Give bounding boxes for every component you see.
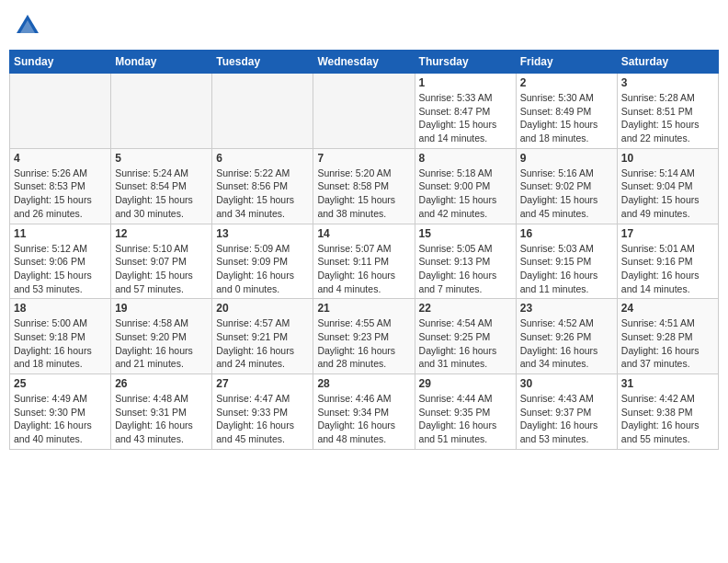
day-info: Sunrise: 4:58 AMSunset: 9:20 PMDaylight:…: [115, 316, 208, 371]
page-header: [9, 9, 719, 42]
day-info: Sunrise: 4:43 AMSunset: 9:37 PMDaylight:…: [520, 392, 613, 446]
calendar-cell: 10Sunrise: 5:14 AMSunset: 9:04 PMDayligh…: [617, 148, 718, 224]
calendar-cell: [111, 74, 212, 149]
calendar-header-saturday: Saturday: [617, 51, 718, 74]
calendar-cell: 25Sunrise: 4:49 AMSunset: 9:30 PMDayligh…: [10, 374, 111, 450]
calendar-cell: 11Sunrise: 5:12 AMSunset: 9:06 PMDayligh…: [10, 224, 111, 299]
day-number: 28: [317, 377, 410, 390]
calendar-cell: 23Sunrise: 4:52 AMSunset: 9:26 PMDayligh…: [516, 299, 617, 374]
day-number: 6: [216, 152, 309, 165]
calendar-cell: 7Sunrise: 5:20 AMSunset: 8:58 PMDaylight…: [313, 148, 415, 224]
day-number: 4: [14, 152, 107, 165]
calendar-cell: 24Sunrise: 4:51 AMSunset: 9:28 PMDayligh…: [617, 299, 718, 374]
day-number: 23: [520, 302, 613, 315]
day-info: Sunrise: 5:00 AMSunset: 9:18 PMDaylight:…: [14, 316, 107, 371]
calendar-cell: 26Sunrise: 4:48 AMSunset: 9:31 PMDayligh…: [111, 374, 212, 450]
calendar-cell: 15Sunrise: 5:05 AMSunset: 9:13 PMDayligh…: [415, 224, 516, 299]
calendar-cell: 18Sunrise: 5:00 AMSunset: 9:18 PMDayligh…: [10, 299, 111, 374]
day-info: Sunrise: 4:47 AMSunset: 9:33 PMDaylight:…: [216, 392, 309, 446]
day-info: Sunrise: 4:42 AMSunset: 9:38 PMDaylight:…: [621, 392, 714, 446]
calendar-week-row: 25Sunrise: 4:49 AMSunset: 9:30 PMDayligh…: [10, 374, 719, 450]
calendar-cell: [313, 74, 415, 149]
day-number: 17: [621, 227, 714, 240]
calendar-cell: 27Sunrise: 4:47 AMSunset: 9:33 PMDayligh…: [212, 374, 313, 450]
calendar-cell: 21Sunrise: 4:55 AMSunset: 9:23 PMDayligh…: [313, 299, 415, 374]
calendar-week-row: 1Sunrise: 5:33 AMSunset: 8:47 PMDaylight…: [10, 74, 719, 149]
day-number: 15: [419, 227, 512, 240]
day-info: Sunrise: 5:16 AMSunset: 9:02 PMDaylight:…: [520, 167, 613, 221]
day-number: 2: [520, 76, 613, 89]
day-number: 24: [621, 302, 714, 315]
day-info: Sunrise: 5:20 AMSunset: 8:58 PMDaylight:…: [317, 167, 410, 221]
day-info: Sunrise: 5:12 AMSunset: 9:06 PMDaylight:…: [14, 242, 107, 296]
day-info: Sunrise: 4:55 AMSunset: 9:23 PMDaylight:…: [317, 316, 410, 371]
day-number: 12: [115, 227, 208, 240]
day-info: Sunrise: 4:46 AMSunset: 9:34 PMDaylight:…: [317, 392, 410, 446]
day-number: 10: [621, 152, 714, 165]
day-info: Sunrise: 4:49 AMSunset: 9:30 PMDaylight:…: [14, 392, 107, 446]
day-number: 20: [216, 302, 309, 315]
calendar-cell: 8Sunrise: 5:18 AMSunset: 9:00 PMDaylight…: [415, 148, 516, 224]
day-number: 30: [520, 377, 613, 390]
calendar-cell: 13Sunrise: 5:09 AMSunset: 9:09 PMDayligh…: [212, 224, 313, 299]
day-info: Sunrise: 5:24 AMSunset: 8:54 PMDaylight:…: [115, 167, 208, 221]
day-info: Sunrise: 4:51 AMSunset: 9:28 PMDaylight:…: [621, 316, 714, 371]
day-info: Sunrise: 5:22 AMSunset: 8:56 PMDaylight:…: [216, 167, 309, 221]
calendar-header-thursday: Thursday: [415, 51, 516, 74]
calendar-table: SundayMondayTuesdayWednesdayThursdayFrid…: [9, 50, 719, 450]
day-number: 3: [621, 76, 714, 89]
calendar-cell: 19Sunrise: 4:58 AMSunset: 9:20 PMDayligh…: [111, 299, 212, 374]
day-info: Sunrise: 5:01 AMSunset: 9:16 PMDaylight:…: [621, 242, 714, 296]
calendar-cell: 3Sunrise: 5:28 AMSunset: 8:51 PMDaylight…: [617, 74, 718, 149]
day-number: 13: [216, 227, 309, 240]
calendar-header-wednesday: Wednesday: [313, 51, 415, 74]
day-info: Sunrise: 5:26 AMSunset: 8:53 PMDaylight:…: [14, 167, 107, 221]
day-info: Sunrise: 5:18 AMSunset: 9:00 PMDaylight:…: [419, 167, 512, 221]
calendar-cell: 6Sunrise: 5:22 AMSunset: 8:56 PMDaylight…: [212, 148, 313, 224]
calendar-cell: 16Sunrise: 5:03 AMSunset: 9:15 PMDayligh…: [516, 224, 617, 299]
day-info: Sunrise: 5:07 AMSunset: 9:11 PMDaylight:…: [317, 242, 410, 296]
calendar-header-sunday: Sunday: [10, 51, 111, 74]
calendar-week-row: 11Sunrise: 5:12 AMSunset: 9:06 PMDayligh…: [10, 224, 719, 299]
day-number: 19: [115, 302, 208, 315]
calendar-cell: 17Sunrise: 5:01 AMSunset: 9:16 PMDayligh…: [617, 224, 718, 299]
calendar-cell: 28Sunrise: 4:46 AMSunset: 9:34 PMDayligh…: [313, 374, 415, 450]
day-number: 16: [520, 227, 613, 240]
calendar-cell: [212, 74, 313, 149]
calendar-cell: 2Sunrise: 5:30 AMSunset: 8:49 PMDaylight…: [516, 74, 617, 149]
day-number: 14: [317, 227, 410, 240]
day-info: Sunrise: 4:48 AMSunset: 9:31 PMDaylight:…: [115, 392, 208, 446]
calendar-header-tuesday: Tuesday: [212, 51, 313, 74]
calendar-header-row: SundayMondayTuesdayWednesdayThursdayFrid…: [10, 51, 719, 74]
day-number: 5: [115, 152, 208, 165]
day-number: 11: [14, 227, 107, 240]
day-number: 25: [14, 377, 107, 390]
day-number: 7: [317, 152, 410, 165]
day-number: 26: [115, 377, 208, 390]
calendar-cell: 1Sunrise: 5:33 AMSunset: 8:47 PMDaylight…: [415, 74, 516, 149]
day-number: 1: [419, 76, 512, 89]
calendar-cell: 31Sunrise: 4:42 AMSunset: 9:38 PMDayligh…: [617, 374, 718, 450]
day-info: Sunrise: 4:44 AMSunset: 9:35 PMDaylight:…: [419, 392, 512, 446]
day-info: Sunrise: 4:52 AMSunset: 9:26 PMDaylight:…: [520, 316, 613, 371]
day-info: Sunrise: 5:03 AMSunset: 9:15 PMDaylight:…: [520, 242, 613, 296]
day-info: Sunrise: 5:14 AMSunset: 9:04 PMDaylight:…: [621, 167, 714, 221]
day-number: 9: [520, 152, 613, 165]
day-number: 8: [419, 152, 512, 165]
calendar-cell: 20Sunrise: 4:57 AMSunset: 9:21 PMDayligh…: [212, 299, 313, 374]
calendar-week-row: 18Sunrise: 5:00 AMSunset: 9:18 PMDayligh…: [10, 299, 719, 374]
day-info: Sunrise: 4:54 AMSunset: 9:25 PMDaylight:…: [419, 316, 512, 371]
day-number: 27: [216, 377, 309, 390]
calendar-cell: 9Sunrise: 5:16 AMSunset: 9:02 PMDaylight…: [516, 148, 617, 224]
day-number: 18: [14, 302, 107, 315]
calendar-cell: 4Sunrise: 5:26 AMSunset: 8:53 PMDaylight…: [10, 148, 111, 224]
calendar-cell: 29Sunrise: 4:44 AMSunset: 9:35 PMDayligh…: [415, 374, 516, 450]
day-info: Sunrise: 5:10 AMSunset: 9:07 PMDaylight:…: [115, 242, 208, 296]
day-number: 29: [419, 377, 512, 390]
day-info: Sunrise: 5:09 AMSunset: 9:09 PMDaylight:…: [216, 242, 309, 296]
day-info: Sunrise: 5:05 AMSunset: 9:13 PMDaylight:…: [419, 242, 512, 296]
day-number: 22: [419, 302, 512, 315]
logo-icon: [15, 13, 40, 39]
day-info: Sunrise: 5:28 AMSunset: 8:51 PMDaylight:…: [621, 91, 714, 145]
calendar-cell: 14Sunrise: 5:07 AMSunset: 9:11 PMDayligh…: [313, 224, 415, 299]
